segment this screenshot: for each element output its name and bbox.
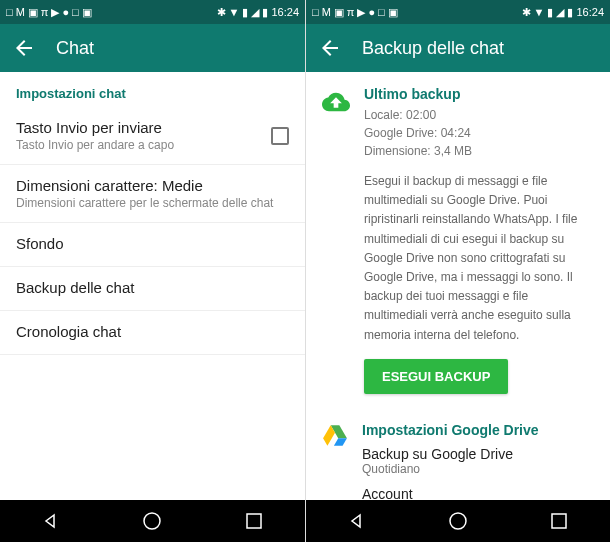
status-bar: □M▣π▶●□▣ ✱▼▮◢▮ 16:24 — [306, 0, 610, 24]
backup-title: Ultimo backup — [364, 86, 594, 102]
status-icons-right: ✱▼▮◢▮ 16:24 — [522, 6, 604, 19]
cloud-upload-icon — [322, 88, 350, 116]
gdrive-account[interactable]: Account — [362, 486, 594, 500]
status-time: 16:24 — [576, 6, 604, 18]
backup-size: Dimensione: 3,4 MB — [364, 142, 594, 160]
nav-bar — [0, 500, 305, 542]
svg-rect-3 — [552, 514, 566, 528]
list-item-wallpaper[interactable]: Sfondo — [0, 223, 305, 267]
list-item-enter-send[interactable]: Tasto Invio per inviare Tasto Invio per … — [0, 107, 305, 165]
list-item-primary: Sfondo — [16, 235, 289, 252]
backup-local-time: Locale: 02:00 — [364, 106, 594, 124]
nav-bar — [306, 500, 610, 542]
section-header: Impostazioni chat — [0, 72, 305, 107]
backup-drive-time: Google Drive: 04:24 — [364, 124, 594, 142]
app-bar: Backup delle chat — [306, 24, 610, 72]
list-item-secondary: Tasto Invio per andare a capo — [16, 138, 259, 152]
backup-description: Esegui il backup di messaggi e file mult… — [364, 172, 594, 345]
nav-home-button[interactable] — [446, 509, 470, 533]
app-bar: Chat — [0, 24, 305, 72]
svg-rect-1 — [247, 514, 261, 528]
list-item-primary: Dimensioni carattere: Medie — [16, 177, 289, 194]
gdrive-item-primary: Backup su Google Drive — [362, 446, 594, 462]
nav-recent-button[interactable] — [242, 509, 266, 533]
page-title: Chat — [56, 38, 94, 59]
backup-now-button[interactable]: ESEGUI BACKUP — [364, 359, 508, 394]
list-item-primary: Backup delle chat — [16, 279, 289, 296]
svg-point-0 — [144, 513, 160, 529]
list-item-chat-backup[interactable]: Backup delle chat — [0, 267, 305, 311]
gdrive-section-title: Impostazioni Google Drive — [362, 422, 594, 438]
list-item-primary: Tasto Invio per inviare — [16, 119, 259, 136]
checkbox-enter-send[interactable] — [271, 127, 289, 145]
gdrive-backup-frequency[interactable]: Backup su Google Drive Quotidiano — [362, 446, 594, 476]
screen-chat-backup: □M▣π▶●□▣ ✱▼▮◢▮ 16:24 Backup delle chat U… — [305, 0, 610, 542]
nav-back-button[interactable] — [39, 509, 63, 533]
back-button[interactable] — [318, 36, 342, 60]
page-title: Backup delle chat — [362, 38, 504, 59]
status-icons-right: ✱▼▮◢▮ 16:24 — [217, 6, 299, 19]
list-item-primary: Cronologia chat — [16, 323, 289, 340]
nav-recent-button[interactable] — [547, 509, 571, 533]
status-icons-left: □M▣π▶●□▣ — [312, 6, 398, 19]
backup-content[interactable]: Ultimo backup Locale: 02:00 Google Drive… — [306, 72, 610, 500]
status-icons-left: □M▣π▶●□▣ — [6, 6, 92, 19]
status-bar: □M▣π▶●□▣ ✱▼▮◢▮ 16:24 — [0, 0, 305, 24]
svg-point-2 — [450, 513, 466, 529]
settings-content[interactable]: Impostazioni chat Tasto Invio per inviar… — [0, 72, 305, 500]
gdrive-item-secondary: Quotidiano — [362, 462, 594, 476]
screen-chat-settings: □M▣π▶●□▣ ✱▼▮◢▮ 16:24 Chat Impostazioni c… — [0, 0, 305, 542]
list-item-chat-history[interactable]: Cronologia chat — [0, 311, 305, 355]
list-item-font-size[interactable]: Dimensioni carattere: Medie Dimensioni c… — [0, 165, 305, 223]
status-time: 16:24 — [271, 6, 299, 18]
nav-back-button[interactable] — [345, 509, 369, 533]
back-button[interactable] — [12, 36, 36, 60]
gdrive-item-primary: Account — [362, 486, 594, 500]
nav-home-button[interactable] — [140, 509, 164, 533]
google-drive-icon — [322, 422, 348, 448]
list-item-secondary: Dimensioni carattere per le schermate de… — [16, 196, 289, 210]
